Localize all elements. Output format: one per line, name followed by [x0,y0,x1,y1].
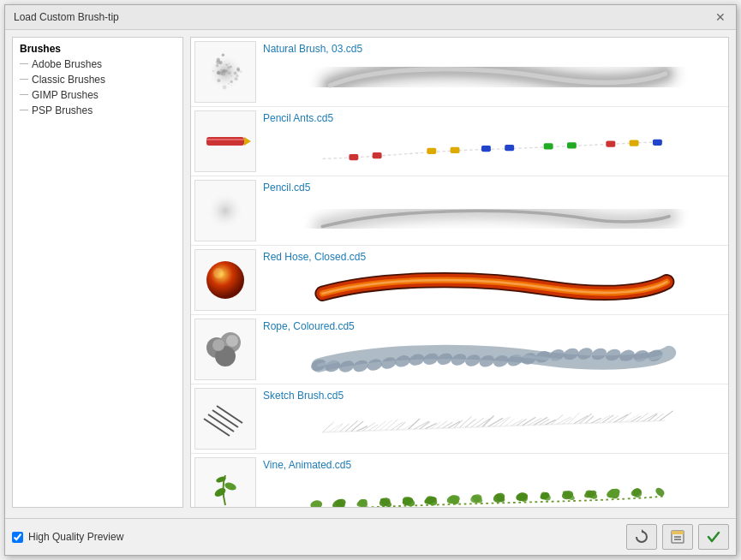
svg-point-153 [224,481,237,491]
title-bar: Load Custom Brush-tip ✕ [5,5,736,30]
svg-line-127 [523,417,536,426]
high-quality-checkbox[interactable] [12,532,23,543]
svg-line-99 [362,423,375,432]
refresh-button[interactable] [626,524,657,550]
svg-line-89 [217,406,242,423]
svg-rect-50 [544,143,553,149]
brush-row[interactable]: Vine, Animated.cd5 [191,454,728,508]
brush-preview [263,197,725,240]
load-icon [670,529,685,545]
svg-point-61 [212,339,224,351]
brush-row[interactable]: Rope, Coloured.cd5 [191,315,728,384]
brush-list[interactable]: Natural Brush, 03.cd5 Pencil Ants.cd5 Pe… [190,37,729,508]
svg-point-40 [223,71,224,72]
brush-name: Pencil.cd5 [263,182,725,194]
svg-point-38 [227,66,230,69]
svg-marker-185 [642,529,645,533]
svg-point-19 [222,53,224,56]
svg-point-62 [226,335,238,347]
sidebar-tree: Adobe BrushesClassic BrushesGIMP Brushes… [13,57,182,118]
footer-left: High Quality Preview [12,531,123,543]
load-button[interactable] [662,524,693,550]
svg-point-14 [234,72,237,75]
sidebar-item-psp[interactable]: PSP Brushes [13,103,182,118]
svg-point-8 [231,85,232,86]
sidebar-item-adobe[interactable]: Adobe Brushes [13,57,182,72]
close-button[interactable]: ✕ [714,10,727,24]
sidebar-panel: Brushes Adobe BrushesClassic BrushesGIMP… [12,37,183,508]
svg-point-21 [216,64,219,68]
brush-info: Pencil Ants.cd5 [263,112,725,170]
brush-row[interactable]: Red Hose, Closed.cd5 [191,246,728,315]
svg-point-15 [228,71,231,74]
footer: High Quality Preview [5,518,736,555]
svg-point-56 [206,261,244,299]
window-title: Load Custom Brush-tip [14,11,119,23]
svg-rect-49 [505,145,514,151]
svg-line-112 [437,421,447,429]
svg-line-96 [345,420,357,432]
svg-point-35 [228,83,229,84]
svg-line-132 [551,414,563,424]
brush-name: Natural Brush, 03.cd5 [263,43,725,55]
svg-point-3 [217,57,220,61]
svg-point-36 [220,69,222,71]
svg-point-22 [230,80,232,83]
main-panel: Natural Brush, 03.cd5 Pencil Ants.cd5 Pe… [190,37,729,508]
brush-preview [263,58,725,101]
svg-point-37 [217,79,220,82]
brush-name: Pencil Ants.cd5 [263,112,725,124]
svg-point-29 [240,70,242,73]
brush-thumbnail [194,110,256,172]
brush-preview [263,128,725,170]
svg-line-137 [580,414,592,424]
svg-line-116 [460,416,472,427]
svg-line-90 [208,414,234,432]
svg-line-92 [323,422,334,432]
brush-name: Rope, Coloured.cd5 [263,320,725,332]
svg-point-11 [229,63,230,63]
main-window: Load Custom Brush-tip ✕ Brushes Adobe Br… [4,4,737,556]
svg-point-184 [654,486,666,497]
brush-name: Sketch Brush.cd5 [263,390,725,402]
sidebar-item-gimp[interactable]: GIMP Brushes [13,87,182,103]
brush-preview [263,405,725,448]
brush-thumbnail [194,457,256,508]
ok-button[interactable] [698,524,729,550]
svg-point-55 [205,190,246,231]
brush-info: Natural Brush, 03.cd5 [263,43,725,101]
brush-thumbnail [194,319,256,380]
brush-row[interactable]: Pencil Ants.cd5 [191,107,728,176]
svg-rect-187 [672,531,684,534]
brush-thumbnail [194,41,256,103]
brush-info: Pencil.cd5 [263,182,725,240]
brush-thumbnail [194,180,256,241]
brush-preview [263,266,725,309]
svg-rect-189 [674,539,681,540]
brush-info: Rope, Coloured.cd5 [263,320,725,378]
svg-point-32 [226,64,228,66]
tree-root: Brushes [13,41,182,57]
brush-info: Vine, Animated.cd5 [263,459,725,508]
svg-point-24 [219,63,220,64]
svg-rect-44 [349,154,358,160]
svg-point-9 [223,85,227,89]
brush-info: Sketch Brush.cd5 [263,390,725,448]
svg-line-88 [212,410,238,427]
brush-row[interactable]: Pencil.cd5 [191,176,728,246]
brush-preview [263,474,725,508]
ok-icon [706,529,721,545]
brush-name: Red Hose, Closed.cd5 [263,251,725,263]
brush-row[interactable]: Natural Brush, 03.cd5 [191,38,728,107]
sidebar-item-classic[interactable]: Classic Brushes [13,72,182,87]
svg-point-7 [236,74,238,77]
svg-rect-188 [674,536,681,538]
svg-point-167 [446,494,461,505]
content-area: Brushes Adobe BrushesClassic BrushesGIMP… [5,30,736,515]
svg-point-39 [217,71,220,74]
brush-info: Red Hose, Closed.cd5 [263,251,725,309]
svg-line-107 [409,419,420,430]
svg-rect-41 [206,137,244,146]
svg-point-155 [309,499,323,508]
brush-row[interactable]: Sketch Brush.cd5 [191,384,728,454]
